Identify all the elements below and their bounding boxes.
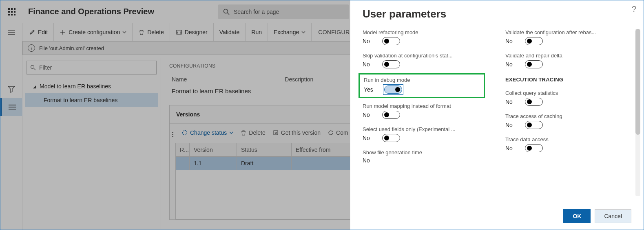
- version-delete-button[interactable]: Delete: [241, 129, 265, 136]
- param-label: Select used fields only (Experimental ..…: [363, 126, 481, 132]
- column-description: Description: [285, 76, 313, 83]
- apps-launcher[interactable]: [0, 0, 23, 23]
- validate-label: Validate: [219, 29, 240, 35]
- toggle[interactable]: [384, 85, 402, 94]
- param-label: Validate and repair delta: [505, 53, 624, 59]
- param-label: Show file generation time: [363, 149, 481, 156]
- run-button[interactable]: Run: [246, 23, 268, 41]
- exchange-button[interactable]: Exchange: [268, 23, 312, 41]
- create-configuration-button[interactable]: Create configuration: [54, 23, 133, 41]
- search-icon: [223, 9, 230, 15]
- param-value: No: [505, 61, 517, 68]
- col-version[interactable]: Version: [190, 143, 237, 157]
- column-name: Name: [172, 76, 187, 83]
- list-icon: [9, 105, 16, 110]
- cell-version: 1.1: [190, 157, 237, 170]
- change-status-button[interactable]: Change status: [182, 129, 233, 136]
- list-rail-button[interactable]: [0, 98, 22, 116]
- tree-item-label: Format to learn ER baselines: [44, 97, 117, 103]
- compare-button[interactable]: Com: [328, 129, 348, 136]
- edit-label: Edit: [38, 29, 48, 35]
- create-label: Create configuration: [69, 29, 120, 35]
- chevron-down-icon: [122, 30, 126, 34]
- help-icon[interactable]: ?: [632, 4, 636, 14]
- svg-point-3: [31, 66, 34, 69]
- param-value: Yes: [364, 86, 375, 93]
- designer-icon: [176, 29, 182, 35]
- toggle[interactable]: [525, 98, 543, 106]
- pencil-icon: [29, 29, 35, 35]
- toggle[interactable]: [525, 144, 543, 152]
- funnel-icon: [8, 85, 15, 93]
- svg-line-4: [34, 68, 35, 70]
- execution-tracing-header: EXECUTION TRACING: [505, 77, 624, 83]
- info-icon: i: [28, 44, 35, 52]
- filter-placeholder: Filter: [39, 64, 52, 71]
- download-icon: [273, 130, 279, 136]
- param-value: No: [363, 61, 374, 68]
- filter-input[interactable]: Filter: [27, 61, 157, 74]
- refresh-icon: [328, 130, 334, 136]
- param-value: No: [505, 145, 517, 151]
- delete-label: Delete: [147, 29, 164, 35]
- chevron-down-icon: [229, 131, 233, 135]
- info-message: File 'out.Admin.xml' created: [39, 45, 104, 51]
- param-label: Run model mapping instead of format: [363, 103, 481, 109]
- svg-rect-6: [274, 131, 278, 135]
- more-icon[interactable]: [172, 132, 173, 137]
- param-label: Skip validation at configuration's stat.…: [363, 53, 481, 59]
- search-input[interactable]: Search for a page: [218, 4, 349, 19]
- col-r[interactable]: R...: [176, 143, 190, 157]
- get-version-button[interactable]: Get this version: [273, 129, 321, 136]
- param-label: Model refactoring mode: [363, 29, 481, 35]
- param-value: No: [505, 122, 517, 128]
- validate-button[interactable]: Validate: [214, 23, 246, 41]
- param-value: No: [363, 157, 374, 164]
- menu-toggle[interactable]: [0, 23, 22, 41]
- filter-icon: [30, 65, 36, 70]
- toggle[interactable]: [525, 121, 543, 129]
- edit-button[interactable]: Edit: [23, 23, 54, 41]
- svg-point-0: [224, 9, 228, 13]
- tree-item-model[interactable]: ◢ Model to learn ER baselines: [25, 79, 158, 93]
- svg-line-1: [228, 13, 230, 15]
- param-label: Trace access of caching: [505, 113, 624, 119]
- user-parameters-panel: User parameters Model refactoring modeNo…: [350, 0, 644, 230]
- panel-title: User parameters: [363, 8, 631, 20]
- status-icon: [182, 130, 188, 136]
- cancel-button[interactable]: Cancel: [595, 209, 631, 223]
- search-placeholder: Search for a page: [234, 9, 279, 15]
- tree-item-format[interactable]: Format to learn ER baselines: [25, 93, 158, 107]
- designer-label: Designer: [185, 29, 208, 35]
- delete-button[interactable]: Delete: [133, 23, 170, 41]
- svg-point-5: [183, 130, 187, 135]
- param-label: Validate the configuration after rebas..…: [505, 29, 624, 35]
- toggle[interactable]: [525, 60, 543, 68]
- toggle[interactable]: [382, 60, 400, 68]
- param-value: No: [363, 38, 374, 44]
- ok-button[interactable]: OK: [563, 209, 591, 223]
- param-value: No: [505, 99, 517, 105]
- apps-icon: [8, 8, 15, 15]
- cell-status: Draft: [237, 157, 292, 170]
- plus-icon: [60, 29, 66, 35]
- toggle[interactable]: [525, 37, 543, 45]
- toggle[interactable]: [382, 37, 400, 45]
- hamburger-icon: [8, 30, 15, 35]
- toggle[interactable]: [382, 134, 400, 142]
- trash-icon: [241, 130, 246, 136]
- run-label: Run: [251, 29, 262, 35]
- param-value: No: [363, 135, 374, 141]
- scrollbar[interactable]: [635, 29, 640, 196]
- filter-rail-button[interactable]: [0, 80, 22, 98]
- chevron-down-icon: [301, 30, 305, 34]
- app-title: Finance and Operations Preview: [28, 7, 154, 16]
- toggle[interactable]: [382, 111, 400, 119]
- collapse-icon: ◢: [33, 84, 36, 89]
- col-status[interactable]: Status: [237, 143, 292, 157]
- param-value: No: [363, 112, 374, 118]
- param-label: Trace data access: [505, 136, 624, 142]
- tree-item-label: Model to learn ER baselines: [40, 83, 111, 90]
- designer-button[interactable]: Designer: [170, 23, 214, 41]
- param-label: Collect query statistics: [505, 90, 624, 96]
